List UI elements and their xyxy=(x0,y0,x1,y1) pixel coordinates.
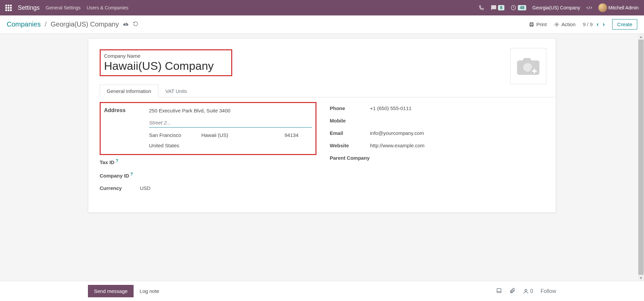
nav-general-settings[interactable]: General Settings xyxy=(46,5,81,10)
taxid-help-icon[interactable]: ? xyxy=(116,158,118,163)
user-name: Mitchell Admin xyxy=(608,5,639,10)
action-button[interactable]: Action xyxy=(554,21,576,27)
city-input[interactable]: San Francisco xyxy=(149,132,181,138)
avatar xyxy=(598,3,607,12)
messages-count: 8 xyxy=(498,5,504,10)
send-message-button[interactable]: Send message xyxy=(88,285,134,297)
scroll-down-icon[interactable]: ▼ xyxy=(638,275,644,281)
create-button[interactable]: Create xyxy=(612,19,637,30)
company-name-input[interactable]: Hawaii(US) Company xyxy=(104,59,227,72)
action-label: Action xyxy=(561,21,576,27)
chatter-right: 0 Follow xyxy=(496,288,556,295)
chatter-bar: Send message Log note 0 Follow xyxy=(0,281,644,301)
companyid-help-icon[interactable]: ? xyxy=(131,172,133,177)
attachment-icon[interactable] xyxy=(509,288,515,295)
scroll-up-icon[interactable]: ▲ xyxy=(638,34,644,40)
website-label: Website xyxy=(330,143,370,148)
website-input[interactable]: http://www.example.com xyxy=(370,143,547,148)
pager-prev-icon[interactable]: ‹ xyxy=(597,21,599,28)
navbar-left: Settings General Settings Users & Compan… xyxy=(5,4,129,11)
crumb-companies[interactable]: Companies xyxy=(7,20,41,28)
taxid-input[interactable] xyxy=(140,158,316,165)
activities-count: 48 xyxy=(518,5,526,10)
top-navbar: Settings General Settings Users & Compan… xyxy=(0,0,644,15)
cloud-unsaved-icon[interactable] xyxy=(123,21,129,28)
svg-point-7 xyxy=(525,289,527,291)
parent-input[interactable] xyxy=(380,155,547,161)
phone-icon[interactable] xyxy=(479,5,485,11)
company-name-label: Company Name xyxy=(104,53,227,59)
camera-icon xyxy=(516,56,541,76)
crumb-current: Georgia(US) Company xyxy=(51,20,119,28)
email-label: Email xyxy=(330,130,370,136)
pager-value[interactable]: 9 / 9 xyxy=(583,21,593,27)
navbar-right: 8 48 Georgia(US) Company Mitchell Admin xyxy=(479,3,639,12)
app-title: Settings xyxy=(18,4,40,11)
log-note-button[interactable]: Log note xyxy=(134,285,165,297)
company-switcher[interactable]: Georgia(US) Company xyxy=(532,5,580,10)
parent-label: Parent Company xyxy=(330,155,380,161)
companyid-input[interactable] xyxy=(140,172,316,179)
user-menu[interactable]: Mitchell Admin xyxy=(598,3,639,12)
state-input[interactable]: Hawaii (US) xyxy=(201,132,228,138)
tab-general-information[interactable]: General Information xyxy=(100,85,158,97)
activities-icon[interactable]: 48 xyxy=(510,5,526,11)
phone-label: Phone xyxy=(330,105,370,111)
logo-upload[interactable] xyxy=(510,48,546,84)
tabs: General Information VAT Units xyxy=(100,84,556,97)
followers-count: 0 xyxy=(530,288,533,294)
messages-icon[interactable]: 8 xyxy=(491,5,504,11)
country-input[interactable]: United States xyxy=(149,143,179,148)
form-sheet: Company Name Hawaii(US) Company General … xyxy=(88,38,556,213)
book-icon[interactable] xyxy=(496,288,502,295)
print-button[interactable]: Print xyxy=(529,21,547,27)
currency-input[interactable]: USD xyxy=(140,185,316,191)
pager-next-icon[interactable]: › xyxy=(603,21,605,28)
phone-input[interactable]: +1 (650) 555-0111 xyxy=(370,105,547,111)
company-name-block: Company Name Hawaii(US) Company xyxy=(100,49,232,76)
toolbar-right: Print Action 9 / 9 ‹ › Create xyxy=(529,19,637,30)
breadcrumb: Companies / Georgia(US) Company xyxy=(7,20,138,28)
tab-vat-units[interactable]: VAT Units xyxy=(158,85,194,97)
followers-button[interactable]: 0 xyxy=(523,288,533,294)
street2-input[interactable] xyxy=(149,118,312,128)
email-input[interactable]: info@yourcompany.com xyxy=(370,130,547,136)
address-block: Address 250 Executive Park Blvd, Suite 3… xyxy=(100,102,316,155)
svg-point-4 xyxy=(556,24,557,25)
taxid-label: Tax ID? xyxy=(100,158,140,165)
currency-label: Currency xyxy=(100,185,140,191)
right-col: Phone +1 (650) 555-0111 Mobile Email inf… xyxy=(330,102,547,194)
zip-input[interactable]: 94134 xyxy=(285,132,299,138)
main-content: ▲ ▼ Company Name Hawaii(US) Company Gene… xyxy=(0,34,644,281)
print-label: Print xyxy=(536,21,547,27)
scrollbar[interactable]: ▲ ▼ xyxy=(638,34,644,281)
follow-button[interactable]: Follow xyxy=(541,288,556,294)
address-label: Address xyxy=(104,107,141,113)
pager: 9 / 9 ‹ › xyxy=(583,21,605,28)
mobile-label: Mobile xyxy=(330,118,370,123)
nav-users-companies[interactable]: Users & Companies xyxy=(87,5,129,10)
companyid-label: Company ID? xyxy=(100,172,140,179)
debug-icon[interactable] xyxy=(586,5,592,11)
control-panel: Companies / Georgia(US) Company Print Ac… xyxy=(0,15,644,34)
person-icon xyxy=(523,288,529,294)
form-body: Address 250 Executive Park Blvd, Suite 3… xyxy=(88,97,556,194)
mobile-input[interactable] xyxy=(370,118,547,123)
apps-icon[interactable] xyxy=(5,5,12,11)
discard-icon[interactable] xyxy=(133,21,138,28)
scroll-thumb[interactable] xyxy=(638,40,644,275)
left-col: Address 250 Executive Park Blvd, Suite 3… xyxy=(100,102,316,194)
crumb-sep: / xyxy=(45,20,47,28)
street1-input[interactable]: 250 Executive Park Blvd, Suite 3400 xyxy=(149,108,231,113)
